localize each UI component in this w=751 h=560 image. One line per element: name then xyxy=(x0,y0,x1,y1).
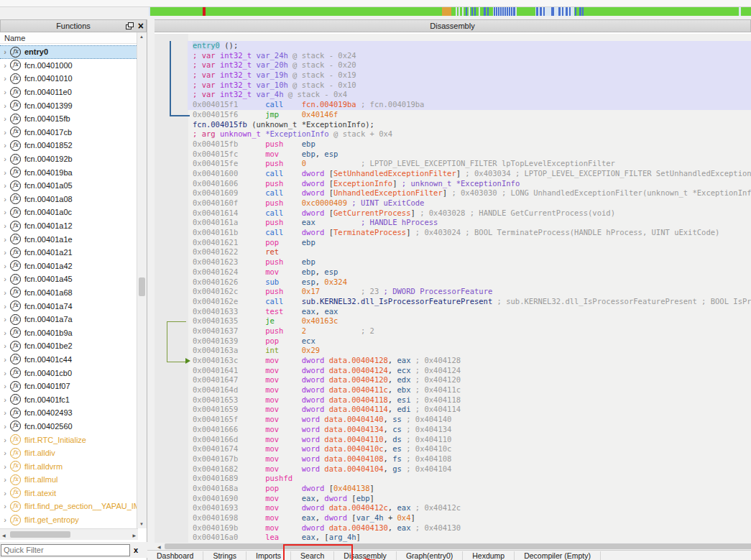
function-list-item-fcn.00401c44[interactable]: ›ƒxfcn.00401c44 xyxy=(0,353,138,367)
function-list-item-fcn.00401a7a[interactable]: ›ƒxfcn.00401a7a xyxy=(0,313,138,326)
asm-line[interactable]: 0x00401622 ret xyxy=(188,247,751,257)
function-list-item-fcn.00401399[interactable]: ›ƒxfcn.00401399 xyxy=(0,98,138,112)
asm-line[interactable]: 0x00401624 mov ebp, esp xyxy=(188,267,751,277)
function-list-item-fcn.00401a21[interactable]: ›ƒxfcn.00401a21 xyxy=(0,246,138,260)
function-list-item-flirt.find_pe_section__YAPAU_IMAG[interactable]: ›ƒxflirt.find_pe_section__YAPAU_IMAG xyxy=(0,500,138,513)
function-list-item-flirt.get_entropy[interactable]: ›ƒxflirt.get_entropy xyxy=(0,513,138,527)
asm-line[interactable]: 0x0040161b call dword [TerminateProcess]… xyxy=(188,228,751,238)
function-list-item-fcn.00401a42[interactable]: ›ƒxfcn.00401a42 xyxy=(0,260,138,273)
expander-icon[interactable]: › xyxy=(0,262,10,270)
asm-line[interactable]: 0x0040163c mov dword data.00404128, eax … xyxy=(188,356,751,366)
scroll-right-icon[interactable]: ▶ xyxy=(132,533,136,538)
function-list-item-flirt.RTC_Initialize[interactable]: ›ƒxflirt.RTC_Initialize xyxy=(0,433,138,446)
expander-icon[interactable]: › xyxy=(0,369,10,377)
asm-line[interactable]: 0x00401647 mov dword data.00404120, edx … xyxy=(188,375,751,385)
asm-line[interactable]: ; arg unknown_t *ExceptionInfo @ stack +… xyxy=(188,129,751,139)
functions-horizontal-scrollbar[interactable]: ◀ ▶ xyxy=(0,528,138,540)
expander-icon[interactable]: › xyxy=(0,341,10,350)
expander-icon[interactable]: › xyxy=(0,502,10,510)
asm-line[interactable]: 0x00401621 pop ebp xyxy=(188,238,751,248)
function-list-item-fcn.00401a1e[interactable]: ›ƒxfcn.00401a1e xyxy=(0,232,138,246)
expander-icon[interactable]: › xyxy=(0,235,10,244)
asm-line[interactable]: 0x00401614 call dword [GetCurrentProcess… xyxy=(188,208,751,219)
functions-name-column-header[interactable]: Name xyxy=(0,32,138,44)
tab-dashboard[interactable]: Dashboard xyxy=(147,551,203,560)
expander-icon[interactable]: › xyxy=(0,128,10,137)
asm-line[interactable]: 0x00401623 push ebp xyxy=(188,257,751,267)
vertical-scroll-thumb[interactable] xyxy=(139,277,145,296)
expander-icon[interactable]: › xyxy=(0,489,10,497)
asm-line[interactable]: 0x00401689 pushfd xyxy=(188,474,751,484)
asm-line[interactable]: 0x0040163a int 0x29 xyxy=(188,346,751,356)
asm-line[interactable]: ; var int32_t var_10h @ stack - 0x10 xyxy=(188,81,751,91)
close-icon[interactable]: × xyxy=(138,22,144,30)
asm-line[interactable]: 0x0040164d mov dword data.0040411c, ebx … xyxy=(188,385,751,395)
function-list-item-flirt.atexit[interactable]: ›ƒxflirt.atexit xyxy=(0,487,138,500)
function-list-item-fcn.00401fc1[interactable]: ›ƒxfcn.00401fc1 xyxy=(0,393,138,406)
asm-line[interactable]: 0x00401639 pop ecx xyxy=(188,336,751,346)
function-list-item-fcn.00401a05[interactable]: ›ƒxfcn.00401a05 xyxy=(0,179,138,193)
asm-line[interactable]: 0x00401641 mov dword data.00404124, ecx … xyxy=(188,366,751,376)
tab-strings[interactable]: Strings xyxy=(203,551,247,560)
memory-map-bar[interactable] xyxy=(149,7,751,16)
expander-icon[interactable]: › xyxy=(0,515,10,524)
asm-line[interactable]: 0x00401626 sub esp, 0x324 xyxy=(188,277,751,288)
expander-icon[interactable]: › xyxy=(0,88,10,96)
function-list-item-fcn.00401cb0[interactable]: ›ƒxfcn.00401cb0 xyxy=(0,366,138,380)
asm-line[interactable]: 0x004015fc mov ebp, esp xyxy=(188,150,751,160)
expander-icon[interactable]: › xyxy=(0,155,10,163)
expander-icon[interactable]: › xyxy=(0,208,10,216)
expander-icon[interactable]: › xyxy=(0,141,10,150)
asm-line[interactable]: 0x004015fb push ebp xyxy=(188,139,751,150)
asm-line[interactable]: 0x0040168a pop dword [0x404138] xyxy=(188,484,751,494)
expander-icon[interactable]: › xyxy=(0,475,10,484)
quick-filter-input[interactable] xyxy=(1,544,130,556)
functions-vertical-scrollbar[interactable]: ▲ ▼ xyxy=(137,32,147,528)
function-list-item-fcn.004015fb[interactable]: ›ƒxfcn.004015fb xyxy=(0,112,138,126)
asm-line[interactable]: 0x00401674 mov word data.0040410c, es ; … xyxy=(188,444,751,454)
tab-decompiler-empty-[interactable]: Decompiler (Empty) xyxy=(515,551,601,560)
expander-icon[interactable]: › xyxy=(0,61,10,70)
asm-line[interactable]: 0x0040169b mov dword data.00404130, eax … xyxy=(188,523,751,533)
expander-icon[interactable]: › xyxy=(0,275,10,283)
expander-icon[interactable]: › xyxy=(0,114,10,123)
asm-line[interactable]: 0x0040160f push 0xc0000409 ; UINT uExitC… xyxy=(188,198,751,208)
function-list-item-fcn.00401a08[interactable]: ›ƒxfcn.00401a08 xyxy=(0,193,138,206)
horizontal-scroll-thumb[interactable] xyxy=(10,531,70,538)
asm-line[interactable]: 0x00401653 mov dword data.00404118, esi … xyxy=(188,395,751,405)
quick-filter-clear-button[interactable]: x xyxy=(134,546,138,554)
scroll-up-icon[interactable]: ▲ xyxy=(139,35,144,39)
function-list-item-fcn.00401a45[interactable]: ›ƒxfcn.00401a45 xyxy=(0,272,138,286)
function-list-item-fcn.00401a68[interactable]: ›ƒxfcn.00401a68 xyxy=(0,286,138,300)
asm-line[interactable]: 0x0040165f mov word data.00404140, ss ; … xyxy=(188,415,751,425)
expander-icon[interactable]: › xyxy=(0,355,10,364)
function-list-item-fcn.00401a12[interactable]: ›ƒxfcn.00401a12 xyxy=(0,219,138,233)
expander-icon[interactable]: › xyxy=(0,288,10,297)
expander-icon[interactable]: › xyxy=(0,449,10,457)
asm-line[interactable]: 0x0040167b mov word data.00404108, fs ; … xyxy=(188,454,751,464)
expander-icon[interactable]: › xyxy=(0,315,10,323)
scroll-left-icon[interactable]: ◀ xyxy=(2,533,6,538)
function-list-item-fcn.00401b9a[interactable]: ›ƒxfcn.00401b9a xyxy=(0,326,138,339)
function-list-item-fcn.004017cb[interactable]: ›ƒxfcn.004017cb xyxy=(0,126,138,139)
asm-line[interactable]: 0x00401666 mov word data.00404134, cs ; … xyxy=(188,425,751,435)
expander-icon[interactable]: › xyxy=(0,168,10,177)
function-list-item-fcn.00401be2[interactable]: ›ƒxfcn.00401be2 xyxy=(0,339,138,353)
asm-line[interactable]: 0x00401600 call dword [SetUnhandledExcep… xyxy=(188,169,751,179)
function-list-item-fcn.00402560[interactable]: ›ƒxfcn.00402560 xyxy=(0,420,138,433)
function-list-item-fcn.00401000[interactable]: ›ƒxfcn.00401000 xyxy=(0,59,138,73)
asm-line[interactable]: ; var int32_t var_20h @ stack - 0x20 xyxy=(188,60,751,70)
asm-line[interactable]: ; var int32_t var_19h @ stack - 0x19 xyxy=(188,70,751,81)
asm-line[interactable]: 0x00401606 push dword [ExceptionInfo] ; … xyxy=(188,179,751,189)
function-list-item-flirt.alldvrm[interactable]: ›ƒxflirt.alldvrm xyxy=(0,459,138,473)
asm-line[interactable]: 0x0040166d mov word data.00404110, ds ; … xyxy=(188,435,751,445)
expander-icon[interactable]: › xyxy=(0,329,10,337)
asm-line[interactable]: 0x004015fe push 0 ; LPTOP_LEVEL_EXCEPTIO… xyxy=(188,159,751,169)
function-list-item-entry0[interactable]: ›ƒxentry0 xyxy=(0,45,138,59)
horizontal-scroll-thumb[interactable] xyxy=(165,543,751,549)
asm-line[interactable]: 0x00401682 mov word data.00404104, gs ; … xyxy=(188,464,751,474)
expander-icon[interactable]: › xyxy=(0,74,10,83)
asm-line[interactable]: 0x00401633 test eax, eax xyxy=(188,307,751,317)
expander-icon[interactable]: › xyxy=(0,47,10,56)
function-list-item-fcn.00401a0c[interactable]: ›ƒxfcn.00401a0c xyxy=(0,206,138,219)
